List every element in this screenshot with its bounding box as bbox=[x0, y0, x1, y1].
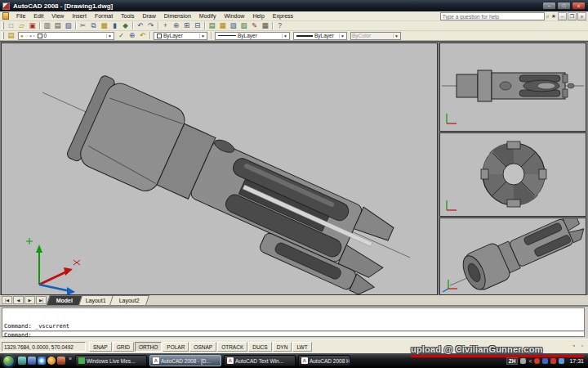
layer-properties-icon[interactable]: ▤ bbox=[6, 31, 16, 40]
tray-icon[interactable] bbox=[534, 358, 540, 364]
task-autocad-help[interactable]: A AutoCAD 2008 Help bbox=[298, 355, 350, 366]
command-input[interactable]: Command: bbox=[4, 332, 32, 339]
internet-explorer-icon[interactable]: e bbox=[38, 357, 46, 365]
publish-icon[interactable]: ▧ bbox=[63, 21, 74, 30]
command-splitter[interactable] bbox=[2, 330, 584, 332]
menu-express[interactable]: Express bbox=[269, 12, 297, 20]
pan-icon[interactable]: + bbox=[160, 21, 171, 30]
task-windows-live[interactable]: Windows Live Mes... bbox=[75, 355, 147, 366]
menu-draw[interactable]: Draw bbox=[138, 12, 159, 20]
tab-first-button[interactable]: |◀ bbox=[2, 296, 12, 304]
clock[interactable]: 17:31 bbox=[569, 358, 584, 364]
coordinate-display[interactable]: 1329.7684, 0.0000, 570.0492 bbox=[2, 342, 86, 352]
osnap-toggle[interactable]: OSNAP bbox=[189, 342, 216, 352]
search-icon[interactable]: ⌕ bbox=[546, 12, 550, 20]
chevron-down-icon[interactable]: ▼ bbox=[339, 34, 345, 38]
maximize-button[interactable]: □ bbox=[557, 2, 571, 10]
tab-layout2[interactable]: Layout2 bbox=[109, 295, 149, 305]
tray-icon[interactable] bbox=[520, 358, 526, 364]
block-editor-icon[interactable]: ◆ bbox=[120, 21, 131, 30]
annotation-lock-icon[interactable]: ▪ bbox=[571, 342, 577, 349]
zoom-previous-icon[interactable]: ⊟ bbox=[192, 21, 203, 30]
tab-model[interactable]: Model bbox=[47, 295, 82, 305]
menu-edit[interactable]: Edit bbox=[29, 12, 47, 20]
main-viewport[interactable] bbox=[1, 43, 438, 295]
app-quicklaunch-icon[interactable] bbox=[57, 357, 65, 365]
paste-icon[interactable]: ▩ bbox=[99, 21, 109, 30]
plot-icon[interactable]: ▥ bbox=[42, 21, 52, 30]
tab-prev-button[interactable]: ◀ bbox=[13, 296, 24, 304]
ducs-toggle[interactable]: DUCS bbox=[248, 342, 271, 352]
menu-help[interactable]: Help bbox=[248, 12, 268, 20]
copy-icon[interactable]: ⧉ bbox=[88, 21, 99, 30]
quickcalc-icon[interactable]: ▦ bbox=[260, 21, 270, 30]
tray-icon[interactable] bbox=[550, 358, 556, 364]
dyn-toggle[interactable]: DYN bbox=[273, 342, 292, 352]
quicklaunch-overflow-chevron[interactable]: » bbox=[69, 356, 72, 361]
menu-dimension[interactable]: Dimension bbox=[160, 12, 195, 20]
markup-manager-icon[interactable]: ✎ bbox=[249, 21, 260, 30]
tray-icon[interactable] bbox=[542, 358, 548, 364]
show-desktop-icon[interactable] bbox=[18, 357, 26, 365]
doc-close-button[interactable]: x bbox=[577, 12, 586, 20]
sheetset-manager-icon[interactable]: ▧ bbox=[238, 21, 249, 30]
lineweight-combo[interactable]: ByLayer ▼ bbox=[293, 32, 347, 40]
clean-screen-icon[interactable]: ▫ bbox=[579, 342, 586, 349]
switch-windows-icon[interactable] bbox=[28, 357, 36, 365]
menu-file[interactable]: File bbox=[12, 12, 29, 20]
lwt-toggle[interactable]: LWT bbox=[292, 342, 311, 352]
help-icon[interactable]: ? bbox=[274, 21, 285, 30]
toolbar-grip[interactable] bbox=[2, 22, 4, 29]
media-player-icon[interactable] bbox=[47, 357, 56, 365]
color-combo[interactable]: ByLayer ▼ bbox=[154, 32, 207, 40]
cut-icon[interactable]: ✂ bbox=[78, 21, 88, 30]
command-history-panel[interactable]: Command: _vscurrent Enter an option [2dw… bbox=[2, 307, 585, 337]
side-view-viewport[interactable] bbox=[439, 43, 586, 132]
tab-next-button[interactable]: ▶ bbox=[24, 296, 35, 304]
favorites-star-icon[interactable]: ★ bbox=[551, 12, 556, 20]
isometric-view-viewport[interactable] bbox=[439, 218, 586, 295]
ortho-toggle[interactable]: ORTHO bbox=[135, 342, 162, 352]
qnew-icon[interactable]: □ bbox=[6, 21, 16, 30]
tab-last-button[interactable]: ▶| bbox=[36, 296, 47, 304]
undo-icon[interactable]: ↶ bbox=[135, 21, 145, 30]
menu-insert[interactable]: Insert bbox=[68, 12, 91, 20]
menu-modify[interactable]: Modify bbox=[195, 12, 220, 20]
language-indicator[interactable]: ZH bbox=[506, 357, 519, 365]
make-layer-current-icon[interactable]: ✓ bbox=[116, 31, 127, 40]
chevron-down-icon[interactable]: ▼ bbox=[282, 34, 288, 38]
grid-toggle[interactable]: GRID bbox=[113, 342, 134, 352]
designcenter-icon[interactable]: ▦ bbox=[217, 21, 228, 30]
save-icon[interactable]: ▣ bbox=[27, 21, 38, 30]
snap-toggle[interactable]: SNAP bbox=[89, 342, 112, 352]
chevron-down-icon[interactable]: ▼ bbox=[106, 34, 113, 38]
open-icon[interactable]: ▱ bbox=[16, 21, 27, 30]
toolbar-grip[interactable] bbox=[2, 32, 4, 39]
tray-chevron-icon[interactable]: < bbox=[528, 358, 532, 364]
layer-previous-icon[interactable]: ↶ bbox=[137, 31, 148, 40]
doc-minimize-button[interactable]: – bbox=[558, 12, 567, 20]
zoom-realtime-icon[interactable]: ⊕ bbox=[171, 21, 181, 30]
chevron-down-icon[interactable]: ▼ bbox=[199, 34, 206, 38]
menu-tools[interactable]: Tools bbox=[117, 12, 138, 20]
redo-icon[interactable]: ↷ bbox=[145, 21, 156, 30]
polar-toggle[interactable]: POLAR bbox=[163, 342, 189, 352]
help-search-input[interactable]: Type a question for help bbox=[440, 12, 545, 20]
task-autocad-drawing[interactable]: A AutoCAD 2008 - [D... bbox=[149, 355, 221, 366]
properties-icon[interactable]: ▤ bbox=[207, 21, 217, 30]
start-button[interactable] bbox=[2, 355, 15, 367]
close-button[interactable]: x bbox=[572, 2, 586, 10]
layer-update-icon[interactable]: ⊕ bbox=[127, 31, 137, 40]
zoom-window-icon[interactable]: ⊞ bbox=[181, 21, 192, 30]
plot-preview-icon[interactable]: ▤ bbox=[52, 21, 63, 30]
linetype-combo[interactable]: ByLayer ▼ bbox=[215, 32, 290, 40]
front-view-viewport[interactable] bbox=[439, 132, 586, 217]
minimize-button[interactable]: – bbox=[542, 2, 556, 10]
menu-view[interactable]: View bbox=[47, 12, 68, 20]
tool-palettes-icon[interactable]: ▨ bbox=[228, 21, 238, 30]
match-properties-icon[interactable]: ▮ bbox=[109, 21, 120, 30]
task-autocad-text-window[interactable]: A AutoCAD Text Win... bbox=[224, 355, 296, 366]
menu-window[interactable]: Window bbox=[220, 12, 248, 20]
otrack-toggle[interactable]: OTRACK bbox=[217, 342, 247, 352]
menu-format[interactable]: Format bbox=[91, 12, 117, 20]
